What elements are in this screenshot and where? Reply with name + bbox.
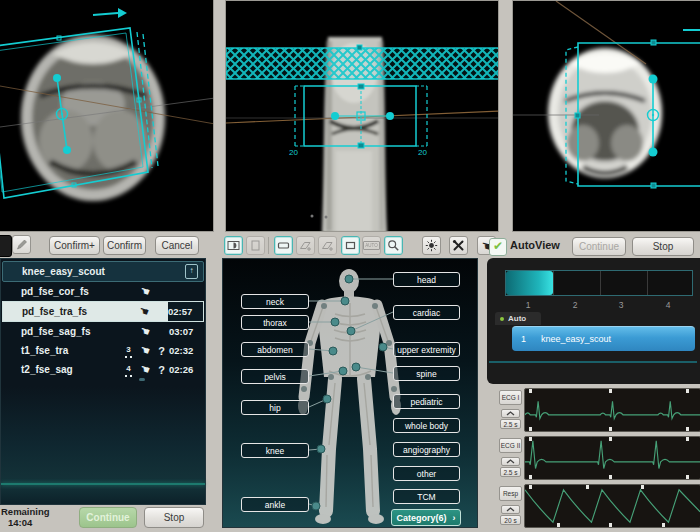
bodypart-ankle-button[interactable]: ankle: [241, 497, 309, 512]
chevron-right-icon: ›: [453, 513, 456, 523]
category-label: Category(6): [396, 513, 446, 523]
bodypart-cardiac-button[interactable]: cardiac: [393, 305, 460, 320]
add-oblique-band-button[interactable]: [296, 236, 315, 255]
autoview-checkbox[interactable]: ✔: [489, 238, 507, 256]
protocol-row[interactable]: t2_fse_sag 4 ☚ ? 02:26: [2, 360, 204, 379]
cancel-button[interactable]: Cancel: [155, 236, 199, 255]
protocol-row[interactable]: t1_fse_tra 3 ☚ ? 02:32: [2, 341, 204, 360]
scan-time: 02:26: [169, 364, 204, 375]
saturation-band-overlay[interactable]: [226, 45, 499, 79]
queue-item-knee-easy-scout[interactable]: 1 knee_easy_scout: [512, 326, 695, 351]
knee-axial-image: [0, 0, 214, 232]
cropped-dark-button[interactable]: [0, 235, 12, 257]
viewport-coronal-center[interactable]: 20 20: [225, 0, 499, 232]
segment-number: 4: [661, 300, 675, 310]
remaining-time: 14:04: [8, 517, 32, 528]
ecg2-trace: [525, 441, 700, 469]
knee-axial-bright-image: [513, 1, 700, 232]
bodypart-thorax-button[interactable]: thorax: [241, 315, 309, 330]
viewport-axial-left[interactable]: [0, 0, 214, 232]
protocol-name: pd_fse_sag_fs: [2, 326, 121, 337]
segment-number: 3: [614, 300, 628, 310]
bodypart-spine-button[interactable]: spine: [393, 366, 460, 381]
bodypart-hip-button[interactable]: hip: [241, 400, 309, 415]
mri-console-screen: 20 20: [0, 0, 700, 532]
autoview-stop-button[interactable]: Stop: [632, 237, 694, 256]
confirm-plus-button[interactable]: Confirm+: [49, 236, 100, 255]
question-icon[interactable]: ?: [154, 345, 169, 357]
protocol-row-active[interactable]: knee_easy_scout ↑: [2, 261, 204, 282]
protocol-row[interactable]: pd_fse_cor_fs ☚: [2, 282, 204, 301]
edit-pencil-button[interactable]: [12, 235, 31, 254]
timescale-button[interactable]: 20 s: [500, 515, 521, 525]
tools-button[interactable]: [449, 236, 468, 255]
expand-button[interactable]: [501, 505, 520, 514]
contrast-pane-icon: [227, 239, 240, 252]
toolbar-divider: [268, 237, 269, 254]
hand-icon: ☚: [138, 362, 151, 377]
timeline-separator-line: [489, 361, 697, 363]
slice-box-button[interactable]: [341, 236, 360, 255]
remaining-label: Remaining: [1, 506, 50, 517]
expand-button[interactable]: [501, 409, 520, 418]
autoview-continue-button[interactable]: Continue: [572, 237, 626, 256]
expand-button[interactable]: [501, 457, 520, 466]
ecg1-trace: [525, 401, 700, 418]
link-group-icon: 4: [125, 366, 132, 376]
copy-view-button[interactable]: [246, 236, 265, 255]
bodypart-head-button[interactable]: head: [393, 272, 460, 287]
hand-icon: ☚: [138, 343, 151, 358]
auto-tab[interactable]: Auto: [495, 312, 541, 325]
protocol-row[interactable]: pd_fse_sag_fs ☚ 03:07: [2, 322, 204, 341]
phase-arrow-icon: [93, 8, 127, 18]
add-oblique-band2-button[interactable]: [318, 236, 337, 255]
protocol-name: t1_fse_tra: [2, 345, 121, 356]
oblique-band-plus-icon: [321, 239, 334, 252]
chevron-up-icon: [506, 459, 515, 464]
category-button[interactable]: Category(6) ›: [391, 509, 461, 526]
question-icon[interactable]: ?: [154, 364, 169, 376]
resp-display: [524, 484, 700, 528]
continue-button[interactable]: Continue: [79, 507, 137, 528]
hand-icon: ☚: [138, 324, 151, 339]
timescale-button[interactable]: 2.5 s: [500, 467, 521, 477]
bodypart-whole-body-button[interactable]: whole body: [393, 418, 460, 433]
bodypart-other-button[interactable]: other: [393, 466, 460, 481]
bodypart-pediatric-button[interactable]: pediatric: [393, 394, 460, 409]
bodypart-upper-extremity-button[interactable]: upper extremity: [393, 342, 460, 357]
autoview-title: AutoView: [510, 239, 560, 251]
chevron-up-icon: [506, 507, 515, 512]
waveform-label: ECG I: [499, 390, 522, 405]
magnifier-icon: [387, 239, 400, 252]
auto-position-button[interactable]: AUTO: [362, 236, 381, 255]
bodypart-knee-button[interactable]: knee: [241, 443, 309, 458]
bodypart-angiography-button[interactable]: angiography: [393, 442, 460, 457]
waveform-row-resp: Resp 20 s: [487, 484, 700, 528]
ecg1-display: [524, 388, 700, 432]
scroll-indicator[interactable]: [139, 378, 145, 381]
queue-index: 1: [521, 334, 541, 344]
tools-icon: [452, 239, 465, 252]
auto-text-icon: AUTO: [363, 241, 380, 250]
waveform-label: Resp: [499, 486, 522, 501]
brightness-contrast-button[interactable]: [422, 236, 441, 255]
bodypart-abdomen-button[interactable]: abdomen: [241, 342, 309, 357]
display-mode-button[interactable]: [224, 236, 243, 255]
timescale-button[interactable]: 2.5 s: [500, 419, 521, 429]
confirm-button[interactable]: Confirm: [103, 236, 146, 255]
stop-button[interactable]: Stop: [144, 507, 204, 528]
scan-time: 02:32: [169, 345, 204, 356]
panel-accent-line: [1, 483, 205, 485]
sat-band-button[interactable]: [274, 236, 293, 255]
magnify-button[interactable]: [384, 236, 403, 255]
protocol-row-selected[interactable]: pd_fse_tra_fs ☚ 02:57: [2, 301, 204, 322]
band-rect-icon: [277, 239, 290, 252]
bodypart-pelvis-button[interactable]: pelvis: [241, 369, 309, 384]
scan-progress-bar: [505, 270, 693, 296]
sun-icon: [425, 239, 438, 252]
viewport-axial-right[interactable]: [512, 0, 700, 232]
exam-transfer-icon[interactable]: ↑: [185, 264, 198, 279]
bodypart-neck-button[interactable]: neck: [241, 294, 309, 309]
queue-name: knee_easy_scout: [541, 334, 611, 344]
bodypart-tcm-button[interactable]: TCM: [393, 489, 460, 504]
